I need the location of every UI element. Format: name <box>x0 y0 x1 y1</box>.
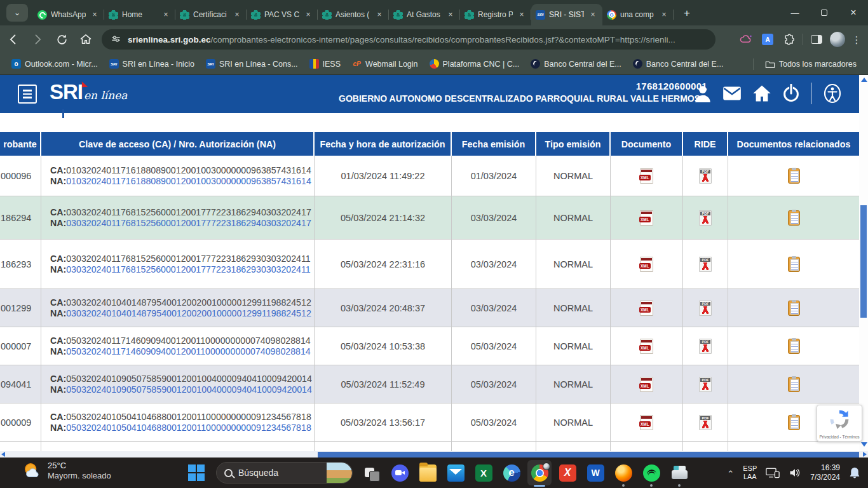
bookmark-item[interactable]: SRI en Línea - Inicio <box>104 57 200 71</box>
related-documents-icon[interactable] <box>788 168 800 184</box>
back-button[interactable] <box>3 29 24 50</box>
related-documents-icon[interactable] <box>788 339 800 354</box>
minimize-button[interactable]: — <box>780 0 810 25</box>
autorizacion-na-link[interactable]: NA:0503202401090507585900120010040000940… <box>50 384 312 395</box>
mail-icon[interactable] <box>722 86 742 101</box>
tab-close-icon[interactable]: × <box>588 10 598 20</box>
ride-pdf-icon[interactable] <box>699 210 712 226</box>
related-documents-icon[interactable] <box>788 301 800 316</box>
taskbar-search[interactable]: Búsqueda <box>216 462 353 484</box>
cast-screen-icon[interactable] <box>766 467 780 478</box>
bookmark-item[interactable]: Banco Central del E... <box>628 57 729 71</box>
explorer-taskbar-button[interactable] <box>414 458 442 488</box>
printer-taskbar-button[interactable] <box>665 458 693 488</box>
tab-close-icon[interactable]: × <box>517 10 527 20</box>
close-button[interactable]: × <box>839 0 868 25</box>
bookmark-item[interactable]: Plataforma CNC | C... <box>424 57 525 71</box>
xml-document-icon[interactable] <box>640 168 653 184</box>
tab-search-button[interactable]: ⌄ <box>6 4 28 22</box>
autorizacion-na-link[interactable]: NA:0103202401171618808900120010030000000… <box>50 176 311 186</box>
autorizacion-na-link[interactable]: NA:0503202401050410468800120011000000000… <box>50 423 311 433</box>
browser-tab[interactable]: Certificaci × <box>175 4 247 25</box>
autorizacion-na-link[interactable]: NA:0303202401176815256000120017772231862… <box>50 218 311 228</box>
xml-document-icon[interactable] <box>640 301 653 316</box>
scroll-down-arrow[interactable] <box>861 442 867 447</box>
accessibility-icon[interactable] <box>822 83 843 104</box>
word-taskbar-button[interactable] <box>581 458 609 488</box>
firefox-taskbar-button[interactable] <box>609 458 637 488</box>
ride-pdf-icon[interactable] <box>699 257 712 272</box>
extensions-puzzle-icon[interactable] <box>781 31 797 48</box>
profile-avatar[interactable] <box>830 32 845 47</box>
related-documents-icon[interactable] <box>788 415 800 430</box>
menu-hamburger-button[interactable] <box>18 85 37 104</box>
browser-tab[interactable]: SRI - SIST × <box>531 4 602 25</box>
tray-chevron-icon[interactable]: ⌃ <box>727 469 734 478</box>
keyboard-language[interactable]: ESP LAA <box>743 464 757 481</box>
scroll-left-arrow[interactable] <box>1 452 5 457</box>
notification-bell-icon[interactable] <box>849 466 860 479</box>
horizontal-scrollbar[interactable] <box>0 451 868 458</box>
ride-pdf-icon[interactable] <box>699 377 712 392</box>
vertical-scrollbar-thumb[interactable] <box>860 205 867 318</box>
start-button[interactable] <box>188 464 205 481</box>
bookmark-item[interactable]: Outlook.com - Micr... <box>6 57 103 71</box>
browser-tab[interactable]: Asientos ( × <box>318 4 389 25</box>
excel-taskbar-button[interactable] <box>470 458 498 488</box>
recaptcha-badge[interactable]: Privacidad - Términos <box>817 405 862 442</box>
spotify-taskbar-button[interactable] <box>637 458 665 488</box>
bookmark-item[interactable]: SRI en Línea - Cons... <box>201 57 303 71</box>
site-info-icon[interactable] <box>111 34 121 45</box>
reload-button[interactable] <box>51 29 72 50</box>
ride-pdf-icon[interactable] <box>699 339 712 354</box>
xml-document-icon[interactable] <box>640 415 653 430</box>
tab-close-icon[interactable]: × <box>445 10 456 20</box>
browser-tab[interactable]: WhatsApp × <box>33 4 104 25</box>
task-view-taskbar-button[interactable] <box>358 458 386 488</box>
ai-cloud-extension-icon[interactable] <box>738 31 754 48</box>
pdf-app-taskbar-button[interactable] <box>553 458 581 488</box>
autorizacion-na-link[interactable]: NA:0503202401171460909400120011000000000… <box>50 346 311 356</box>
bookmark-item[interactable]: Banco Central del E... <box>526 57 627 71</box>
side-panel-icon[interactable] <box>808 31 825 48</box>
ride-pdf-icon[interactable] <box>699 168 712 184</box>
xml-document-icon[interactable] <box>640 210 653 226</box>
browser-menu-icon[interactable]: ⋮ <box>850 38 863 41</box>
autorizacion-na-link[interactable]: NA:0303202401040148795400120020010000012… <box>50 308 311 318</box>
clock[interactable]: 16:39 7/3/2024 <box>810 463 840 482</box>
browser-tab[interactable]: Home × <box>104 4 175 25</box>
xml-document-icon[interactable] <box>640 339 653 354</box>
browser-tab[interactable]: PAC VS C × <box>247 4 318 25</box>
browser-tab[interactable]: At Gastos × <box>389 4 460 25</box>
volume-icon[interactable] <box>789 467 801 478</box>
new-tab-button[interactable]: + <box>679 5 695 22</box>
mail-taskbar-button[interactable] <box>442 458 470 488</box>
tab-close-icon[interactable]: × <box>161 10 171 20</box>
tab-close-icon[interactable]: × <box>659 10 669 20</box>
chrome-taskbar-button[interactable] <box>526 458 553 488</box>
xml-document-icon[interactable] <box>640 257 653 272</box>
edge-taskbar-button[interactable] <box>498 458 526 488</box>
user-icon[interactable] <box>694 83 712 104</box>
tab-close-icon[interactable]: × <box>303 10 313 20</box>
sri-logo[interactable]: SRIen línea <box>50 80 127 104</box>
related-documents-icon[interactable] <box>788 210 800 226</box>
ride-pdf-icon[interactable] <box>699 301 712 316</box>
horizontal-scrollbar-thumb[interactable] <box>318 452 859 458</box>
forward-button[interactable] <box>27 29 48 50</box>
translate-icon[interactable]: A <box>759 31 776 48</box>
all-bookmarks-button[interactable]: Todos los marcadores <box>760 57 862 71</box>
taskbar-weather-widget[interactable]: 25°C Mayorm. soleado <box>23 461 111 480</box>
bookmark-item[interactable]: IESS <box>304 57 346 71</box>
browser-tab[interactable]: Registro P × <box>460 4 531 25</box>
address-bar[interactable]: srienlinea.sri.gob.ec/comprobantes-elect… <box>102 29 715 50</box>
power-icon[interactable] <box>782 84 800 103</box>
autorizacion-na-link[interactable]: NA:0303202401176815256000120017772231862… <box>50 264 311 274</box>
restore-button[interactable] <box>810 0 839 25</box>
vertical-scrollbar[interactable] <box>859 75 868 452</box>
related-documents-icon[interactable] <box>788 257 800 272</box>
tab-close-icon[interactable]: × <box>90 10 100 20</box>
chat-taskbar-button[interactable] <box>386 458 414 488</box>
home-nav-icon[interactable] <box>752 85 771 102</box>
tab-close-icon[interactable]: × <box>232 10 242 20</box>
